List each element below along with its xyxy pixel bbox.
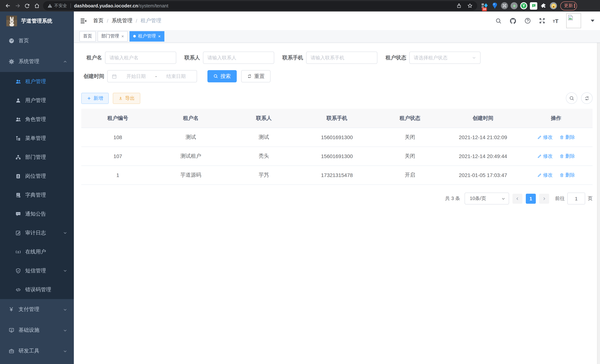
- font-size-icon[interactable]: TT: [553, 18, 558, 24]
- extension-diamond-icon[interactable]: 10: [481, 2, 488, 9]
- back-icon[interactable]: [3, 1, 13, 10]
- page-size-select[interactable]: 10条/页: [465, 193, 509, 205]
- sidebar-item-user[interactable]: 用户管理: [0, 91, 74, 110]
- github-icon[interactable]: [509, 17, 517, 25]
- sidebar-toggle-icon[interactable]: [79, 17, 87, 25]
- sidebar-item-infra[interactable]: 基础设施: [0, 320, 74, 341]
- sidebar-item-label: 通知公告: [25, 211, 46, 217]
- address-bar[interactable]: 不安全 dashboard.yudao.iocoder.cn/system/te…: [43, 1, 477, 10]
- tab-label: 部门管理: [101, 33, 119, 39]
- logo-row[interactable]: 芋道管理系统: [0, 11, 74, 30]
- export-button[interactable]: 导出: [113, 93, 140, 104]
- sidebar-item-role[interactable]: 角色管理: [0, 110, 74, 129]
- edit-button[interactable]: 修改: [537, 153, 553, 159]
- extension-command-icon[interactable]: [501, 2, 508, 9]
- extensions-puzzle-icon[interactable]: [540, 2, 547, 9]
- gear-icon: [8, 58, 14, 65]
- profile-avatar-icon[interactable]: [550, 2, 557, 9]
- badge-icon: [15, 173, 21, 179]
- reload-icon[interactable]: [22, 1, 32, 10]
- users-icon: [15, 116, 21, 122]
- cell-contact: 芋艿: [227, 166, 300, 185]
- contact-input[interactable]: [207, 55, 270, 60]
- page-number-1[interactable]: 1: [526, 194, 536, 204]
- delete-button[interactable]: 删除: [559, 153, 575, 159]
- status-select[interactable]: 请选择租户状态: [409, 52, 480, 64]
- breadcrumb-home[interactable]: 首页: [93, 18, 103, 24]
- chrome-update-button[interactable]: 更新: [560, 1, 577, 10]
- reset-button[interactable]: 重置: [241, 70, 271, 82]
- extension-green-dot-icon[interactable]: [511, 2, 518, 9]
- goto-page-input[interactable]: [567, 193, 585, 205]
- breadcrumb-separator: /: [136, 18, 137, 24]
- tab-dept[interactable]: 部门管理 ×: [98, 31, 128, 41]
- col-tenant-name: 租户名: [154, 109, 227, 128]
- edit-button[interactable]: 修改: [537, 172, 553, 178]
- scrollbar-track[interactable]: [597, 11, 600, 364]
- sidebar-item-label: 系统管理: [19, 58, 39, 65]
- sidebar-item-error-code[interactable]: 错误码管理: [0, 280, 74, 299]
- sidebar-item-tenant[interactable]: 租户管理: [0, 72, 74, 91]
- bookmark-star-icon[interactable]: [467, 3, 473, 9]
- tenant-table: 租户编号 租户名 联系人 联系手机 租户状态 创建时间 操作 108 测试: [81, 109, 593, 185]
- add-button[interactable]: 新增: [81, 93, 109, 104]
- delete-button[interactable]: 删除: [559, 172, 575, 178]
- sidebar-item-home[interactable]: 首页: [0, 30, 74, 51]
- start-date-placeholder: 开始日期: [120, 73, 153, 80]
- filter-row-2: 创建时间 开始日期 - 结束日期 搜索: [81, 70, 593, 82]
- sidebar-item-payment[interactable]: ¥ 支付管理: [0, 299, 74, 320]
- user-avatar[interactable]: [566, 13, 581, 28]
- navbar-actions: TT: [495, 13, 594, 28]
- range-separator: -: [155, 74, 157, 79]
- avatar-dropdown-caret[interactable]: [591, 20, 594, 22]
- close-icon[interactable]: ×: [121, 34, 124, 38]
- extension-y-icon[interactable]: [520, 2, 527, 9]
- delete-button[interactable]: 删除: [559, 134, 575, 141]
- show-search-icon[interactable]: [566, 92, 577, 104]
- sidebar-item-dept[interactable]: 部门管理: [0, 148, 74, 167]
- toolbox-icon: [8, 348, 14, 354]
- col-create-time: 创建时间: [446, 109, 519, 128]
- date-range-picker[interactable]: 开始日期 - 结束日期: [107, 70, 197, 82]
- tab-label: 首页: [83, 33, 92, 39]
- extension-chat-icon[interactable]: [530, 2, 537, 9]
- sidebar-item-dict[interactable]: 字典管理: [0, 186, 74, 205]
- home-icon[interactable]: [32, 1, 42, 10]
- breadcrumb: 首页 / 系统管理 / 租户管理: [93, 18, 161, 24]
- table-toolbar: 新增 导出: [81, 92, 593, 104]
- tab-home[interactable]: 首页: [79, 31, 96, 41]
- edit-button[interactable]: 修改: [537, 134, 553, 141]
- sidebar-item-menu[interactable]: 菜单管理: [0, 129, 74, 148]
- extension-balloon-icon[interactable]: [491, 2, 498, 9]
- refresh-icon[interactable]: [581, 92, 593, 104]
- forward-icon[interactable]: [13, 1, 22, 10]
- sidebar-item-label: 字典管理: [25, 192, 46, 198]
- share-icon[interactable]: [456, 3, 462, 9]
- sidebar-item-system[interactable]: 系统管理: [0, 51, 74, 72]
- sidebar-item-dev-tools[interactable]: 研发工具: [0, 341, 74, 361]
- search-button[interactable]: 搜索: [207, 70, 237, 82]
- delete-label: 删除: [565, 172, 575, 178]
- mobile-input[interactable]: [310, 55, 373, 60]
- header-search-icon[interactable]: [495, 17, 502, 25]
- tab-tenant[interactable]: 租户管理 ×: [130, 31, 164, 41]
- extension-badge: 10: [482, 7, 487, 11]
- sidebar-item-notice[interactable]: 通知公告: [0, 205, 74, 223]
- cell-tenant-name: 测试: [154, 128, 227, 147]
- sidebar-item-post[interactable]: 岗位管理: [0, 167, 74, 186]
- fullscreen-icon[interactable]: [538, 17, 546, 25]
- sidebar-item-audit-log[interactable]: 审计日志: [0, 223, 74, 242]
- tenant-name-input[interactable]: [110, 55, 172, 60]
- sidebar-item-label: 基础设施: [19, 327, 39, 334]
- help-icon[interactable]: [524, 17, 531, 25]
- user-icon: [15, 97, 21, 103]
- table-row: 1 芋道源码 芋艿 17321315478 开启 2021-01-05 17:0…: [81, 166, 593, 185]
- breadcrumb-system[interactable]: 系统管理: [112, 18, 132, 24]
- next-page-button[interactable]: [539, 194, 549, 204]
- prev-page-button[interactable]: [512, 194, 523, 204]
- browser-menu-icon[interactable]: [574, 4, 575, 8]
- close-icon[interactable]: ×: [158, 34, 161, 38]
- chevron-down-icon: [63, 231, 67, 235]
- sidebar-item-sms[interactable]: 短信管理: [0, 261, 74, 280]
- sidebar-item-online-users[interactable]: 在线用户: [0, 242, 74, 261]
